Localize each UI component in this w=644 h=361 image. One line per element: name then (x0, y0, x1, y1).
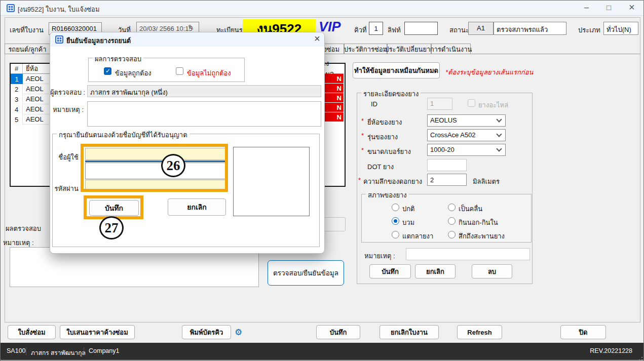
radio-label: แตกลายงา (402, 231, 433, 242)
tire-model-select[interactable]: CrossAce A502 (427, 129, 506, 141)
status-bar: SA100 ภาสกร สราพัฒนากุล Company1 REV.202… (1, 343, 644, 360)
close-icon[interactable]: × (629, 2, 635, 13)
signature-picture-box (233, 147, 310, 216)
lift-field[interactable] (404, 22, 438, 35)
tire-delete-button[interactable]: ลบ (472, 264, 512, 278)
password-label: รหัสผ่าน : (53, 183, 82, 194)
data-incorrect-checkbox[interactable] (176, 67, 183, 75)
copy-tire-data-button[interactable]: ทำให้ข้อมูลยางเหมือนกันหมด (353, 62, 440, 78)
required-star: * (361, 146, 364, 154)
tread-depth-field[interactable] (427, 174, 467, 186)
minimize-icon[interactable]: – (584, 3, 589, 12)
radio-condition-worn-out-in[interactable] (448, 217, 456, 225)
inspector-label: ผู้ตรวจสอบ : (50, 87, 84, 98)
confirm-tire-dialog: ยืนยันข้อมูลยางรถยนต์ × ผลการตรวจสอบ ข้อ… (50, 32, 325, 254)
radio-condition-worn-to-bridge[interactable] (448, 231, 456, 238)
pencil-icon[interactable]: ✎ (188, 23, 194, 31)
inspector-field: ภาสกร สราพัฒนากุล (หนึ่ง) (87, 85, 321, 97)
table-row-no[interactable]: 5 (11, 114, 23, 125)
maximize-icon[interactable]: □ (607, 3, 611, 12)
tire-size-select[interactable]: 1000-20 (427, 144, 506, 156)
verify-confirm-button[interactable]: ตรวจสอบ/ยืนยันข้อมูล (268, 260, 344, 286)
tab-repair-history[interactable]: ประวัติการซ่อม (344, 44, 387, 54)
gear-icon[interactable]: ⚙ (235, 327, 242, 338)
radio-condition-swollen[interactable] (392, 217, 399, 225)
id-field: 1 (427, 98, 452, 110)
tire-condition-group: สภาพของยาง (361, 194, 532, 243)
username-label: ชื่อผู้ใช้ : (53, 152, 82, 163)
refresh-button[interactable]: Refresh (457, 325, 502, 339)
dialog-note-label: หมายเหตุ : (50, 104, 84, 115)
footer-save-button[interactable]: บันทึก (316, 325, 360, 339)
tire-model-label: รุ่นของยาง (367, 132, 398, 142)
radio-condition-cracked[interactable] (392, 231, 399, 238)
tire-save-button[interactable]: บันทึก (369, 264, 411, 278)
tire-brand-select[interactable]: AEOLUS (427, 114, 506, 127)
annotation-box-username (81, 144, 228, 192)
dot-label: DOT ยาง (367, 162, 394, 172)
required-star: * (358, 176, 361, 184)
spare-tire-checkbox[interactable] (468, 99, 475, 107)
tire-size-label: ขนาด/เบอร์ยาง (367, 146, 411, 157)
statusbar-divider (84, 347, 84, 355)
statusbar-user-name: ภาสกร สราพัฒนากุล (31, 348, 86, 357)
type-field[interactable]: ทั่วไป(N) (603, 22, 638, 35)
annotation-box-save (84, 195, 143, 219)
tire-cancel-button[interactable]: ยกเลิก (415, 264, 456, 278)
data-correct-checkbox[interactable] (104, 67, 111, 75)
pending-quote-button[interactable]: ใบเสนอราคาค้างซ่อม (60, 325, 135, 339)
tread-depth-label: ความลึกของดอกยาง (363, 176, 422, 187)
table-row-no[interactable]: 2 (11, 84, 23, 94)
table-row-no[interactable]: 3 (11, 94, 23, 104)
radio-condition-wavy[interactable] (448, 204, 456, 211)
tab-operations[interactable]: การดำเนินงาน (431, 44, 471, 54)
statusbar-user-code: SA100 (7, 347, 26, 354)
dialog-close-icon[interactable]: × (314, 33, 320, 45)
statusbar-company: Company1 (89, 347, 119, 354)
inspection-result-group-title: ผลการตรวจสอบ (93, 54, 143, 64)
depth-unit-label: มิลลิเมตร (473, 176, 500, 187)
inspect-result-label: ผลตรวจสอบ (6, 223, 41, 234)
dialog-icon (55, 35, 63, 44)
radio-label: เป็นคลื่น (459, 204, 482, 214)
status-code-field: A1 (468, 22, 494, 35)
note-label: หมายเหตุ : (3, 237, 34, 248)
app-icon (7, 4, 15, 12)
table-header-no: # (11, 64, 23, 74)
app-window: [งน9522] ใบงาน, ใบแจ้งซ่อม – □ × เลขที่ใ… (0, 0, 644, 361)
annotation-circle-27: 27 (99, 216, 124, 239)
id-label: ID (371, 100, 377, 108)
statusbar-revision: REV.20221228 (590, 347, 632, 354)
tire-brand-label: ยี่ห้อของยาง (367, 117, 402, 128)
dialog-titlebar: ยืนยันข้อมูลยางรถยนต์ × (50, 32, 324, 47)
table-row-no[interactable]: 4 (11, 104, 23, 114)
cancel-job-button[interactable]: ยกเลิกใบงาน (380, 325, 439, 339)
window-titlebar: [งน9522] ใบงาน, ใบแจ้งซ่อม – □ × (1, 1, 644, 16)
status-text-field: ตรวจสภาพรถแล้ว (494, 22, 566, 35)
print-queue-button[interactable]: พิมพ์บัตรคิว (182, 325, 231, 339)
repair-order-button[interactable]: ใบสั่งซ่อม (8, 325, 56, 339)
radio-condition-normal[interactable] (392, 204, 399, 211)
required-star: * (361, 117, 364, 125)
type-label: ประเภท (578, 25, 600, 35)
tab-vehicle-customer[interactable]: รถยนต์/ลูกค้า (5, 44, 50, 54)
tire-details-group-title: รายละเอียดของยาง (361, 89, 421, 99)
window-title: [งน9522] ใบงาน, ใบแจ้งซ่อม (18, 4, 100, 15)
dot-field[interactable] (427, 159, 467, 171)
radio-label: สึกถึงสะพานยาง (459, 231, 505, 242)
auth-group-title: กรุณายืนยันตนเองด้วยชื่อบัญชีที่ได้รับอน… (57, 130, 190, 140)
radio-label: บวม (402, 217, 414, 228)
data-incorrect-label: ข้อมูลไม่ถูกต้อง (187, 68, 231, 78)
tire-note-field[interactable] (406, 248, 530, 260)
radio-label: ปกติ (402, 204, 415, 214)
table-row-no[interactable]: 1 (11, 74, 23, 84)
dialog-title: ยืนยันข้อมูลยางรถยนต์ (66, 35, 131, 46)
close-button[interactable]: ปิด (560, 325, 606, 339)
tire-note-label: หมายเหตุ : (364, 251, 395, 261)
queue-field[interactable] (369, 22, 383, 35)
tab-tire-change-history[interactable]: ประวัติเปลี่ยนยาง (387, 44, 431, 54)
dialog-cancel-button[interactable]: ยกเลิก (168, 198, 226, 216)
resize-grip-icon[interactable] (641, 357, 642, 358)
dialog-note-textarea[interactable] (87, 101, 321, 127)
radio-label: กินนอก-กินใน (459, 217, 498, 228)
